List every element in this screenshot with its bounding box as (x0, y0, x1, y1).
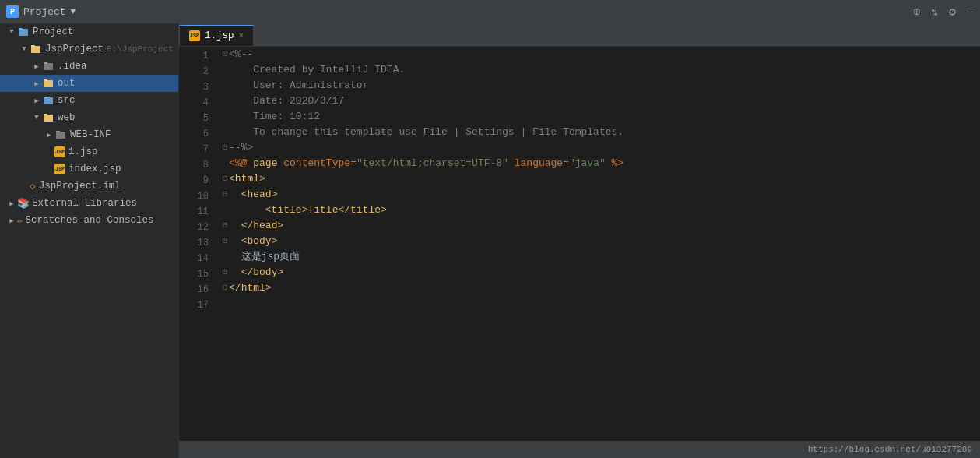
sidebar-jspproject-label: JspProject (45, 44, 104, 55)
sidebar-web-inf-label: WEB-INF (70, 129, 111, 140)
code-line-6: To change this template use File | Setti… (223, 125, 980, 140)
tree-arrow-idea: ▶ (31, 61, 42, 72)
tree-arrow-scratches: ▶ (6, 215, 17, 226)
svg-rect-6 (44, 80, 53, 87)
project-icon: P (6, 5, 19, 18)
idea-folder-icon (42, 60, 54, 72)
editor-area: JSP 1.jsp × 1 2 3 4 5 6 7 8 9 10 11 12 1… (179, 23, 980, 458)
sidebar-item-web[interactable]: ▼ web (0, 109, 178, 126)
sidebar-item-1jsp[interactable]: JSP 1.jsp (0, 143, 178, 160)
tree-arrow-jspproject: ▼ (19, 44, 30, 55)
chevron-down-icon[interactable]: ▼ (71, 7, 76, 16)
sidebar-jspproject-path: E:\JspProject (107, 44, 174, 54)
code-line-2: Created by IntelliJ IDEA. (223, 62, 980, 78)
svg-rect-13 (56, 131, 60, 132)
fold-marker-2 (223, 62, 227, 78)
fold-marker-1[interactable]: ⊟ (223, 47, 227, 62)
code-line-3: User: Administrator (223, 78, 980, 93)
code-line-9: ⊟ <html> (223, 171, 980, 187)
code-line-7: ⊟ --%> (223, 140, 980, 156)
sidebar-1jsp-label: 1.jsp (68, 146, 98, 157)
sidebar-item-project[interactable]: ▼ Project (0, 23, 178, 41)
line-numbers: 1 2 3 4 5 6 7 8 9 10 11 12 13 14 15 16 1… (179, 47, 216, 441)
code-line-12: ⊟ </head> (223, 218, 980, 234)
sidebar-item-indexjsp[interactable]: JSP index.jsp (0, 160, 178, 178)
code-line-13: ⊟ <body> (223, 234, 980, 249)
code-line-15: ⊟ </body> (223, 265, 980, 280)
jspproject-folder-icon (30, 43, 42, 55)
settings-icon[interactable]: ⚙ (949, 5, 956, 19)
git-icon[interactable]: ⇅ (931, 5, 938, 19)
svg-rect-4 (44, 63, 53, 70)
ext-lib-icon: 📚 (17, 197, 30, 210)
iml-file-icon: ◇ (30, 180, 36, 192)
sidebar-item-out[interactable]: ▶ out (0, 75, 178, 92)
sidebar-item-jspproject[interactable]: ▼ JspProject E:\JspProject (0, 41, 178, 58)
code-line-17 (223, 296, 980, 312)
code-line-14: 这是jsp页面 (223, 249, 980, 265)
svg-rect-10 (44, 114, 53, 122)
sidebar-ext-libs-label: External Libraries (32, 198, 137, 209)
sidebar-item-iml[interactable]: ◇ JspProject.iml (0, 178, 178, 195)
tree-arrow-web-inf: ▶ (44, 129, 54, 140)
code-line-11: <title>Title</title> (223, 203, 980, 218)
svg-rect-7 (44, 79, 47, 81)
tree-arrow-src: ▶ (31, 95, 42, 106)
tab-jsp-icon: JSP (189, 30, 200, 41)
tab-bar: JSP 1.jsp × (179, 23, 980, 47)
indexjsp-file-icon: JSP (54, 164, 65, 174)
fold-marker-9[interactable]: ⊟ (223, 171, 227, 187)
sidebar-item-scratches[interactable]: ▶ ✏ Scratches and Consoles (0, 212, 178, 229)
fold-marker-7[interactable]: ⊟ (223, 140, 227, 156)
fold-marker-16[interactable]: ⊟ (223, 280, 227, 296)
svg-rect-0 (19, 29, 28, 36)
sidebar-out-label: out (58, 78, 76, 89)
title-bar-icons: ⊕ ⇅ ⚙ — (913, 5, 974, 19)
title-bar-left: P Project ▼ (6, 5, 76, 18)
editor-content: 1 2 3 4 5 6 7 8 9 10 11 12 13 14 15 16 1… (179, 47, 980, 441)
sidebar-item-web-inf[interactable]: ▶ WEB-INF (0, 126, 178, 143)
minimize-icon[interactable]: — (967, 5, 974, 19)
web-folder-icon (42, 111, 54, 124)
fold-marker-12[interactable]: ⊟ (223, 218, 227, 234)
sidebar-web-label: web (58, 112, 76, 123)
tab-label: 1.jsp (205, 30, 234, 41)
sidebar-idea-label: .idea (58, 61, 87, 72)
svg-rect-3 (31, 45, 35, 47)
sidebar-scratches-label: Scratches and Consoles (26, 215, 154, 226)
code-line-4: Date: 2020/3/17 (223, 93, 980, 109)
run-icon[interactable]: ⊕ (913, 5, 920, 19)
web-inf-folder-icon (54, 129, 67, 141)
svg-rect-5 (44, 62, 47, 64)
code-line-5: Time: 10:12 (223, 109, 980, 125)
tree-arrow-out: ▶ (31, 78, 42, 89)
sidebar-item-idea[interactable]: ▶ .idea (0, 58, 178, 75)
fold-marker-13[interactable]: ⊟ (223, 234, 227, 249)
sidebar-iml-label: JspProject.iml (39, 181, 121, 192)
sidebar-item-external-libs[interactable]: ▶ 📚 External Libraries (0, 195, 178, 212)
sidebar-project-label: Project (33, 26, 74, 37)
title-bar-title: Project (23, 6, 66, 18)
svg-rect-1 (19, 28, 23, 30)
tree-arrow-project: ▼ (6, 26, 17, 37)
src-folder-icon (42, 94, 54, 107)
fold-marker-15[interactable]: ⊟ (223, 265, 227, 280)
status-bar: https://blog.csdn.net/u013277209 (179, 441, 980, 458)
scratches-icon: ✏ (17, 214, 23, 227)
tab-1jsp[interactable]: JSP 1.jsp × (179, 25, 254, 46)
code-line-10: ⊟ <head> (223, 187, 980, 203)
svg-rect-2 (31, 46, 40, 53)
tab-close-icon[interactable]: × (239, 31, 244, 41)
sidebar-item-src[interactable]: ▶ src (0, 92, 178, 109)
sidebar: ▼ Project ▼ JspProject E:\JspProject ▶ .… (0, 23, 179, 458)
code-area[interactable]: ⊟ <%-- Created by IntelliJ IDEA. User: A… (216, 47, 980, 441)
status-url: https://blog.csdn.net/u013277209 (808, 445, 972, 454)
svg-rect-12 (56, 132, 65, 139)
svg-rect-9 (44, 97, 47, 98)
fold-marker-10[interactable]: ⊟ (223, 187, 227, 203)
code-line-1: ⊟ <%-- (223, 47, 980, 62)
code-line-16: ⊟ </html> (223, 280, 980, 296)
tree-arrow-web: ▼ (31, 112, 42, 123)
1jsp-file-icon: JSP (54, 146, 65, 157)
title-bar: P Project ▼ ⊕ ⇅ ⚙ — (0, 0, 980, 23)
